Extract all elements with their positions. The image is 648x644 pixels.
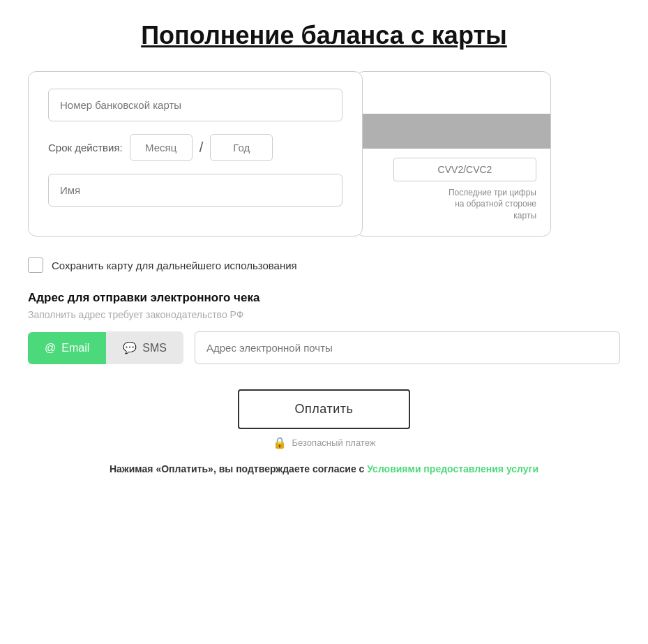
card-number-field <box>48 89 342 121</box>
card-visual-box: Последние три цифры на обратной стороне … <box>356 71 551 237</box>
terms-link[interactable]: Условиями предоставления услуги <box>367 463 538 474</box>
cvv-area: Последние три цифры на обратной стороне … <box>393 158 536 222</box>
card-form-box: Срок действия: / <box>28 71 363 237</box>
sms-tab[interactable]: 💬 SMS <box>106 331 183 364</box>
month-input[interactable] <box>130 134 193 161</box>
page-title: Пополнение баланса с карты <box>28 21 620 50</box>
expiry-row: Срок действия: / <box>48 134 342 161</box>
save-card-checkbox[interactable] <box>28 257 43 273</box>
terms-prefix: Нажимая «Оплатить», вы подтверждаете сог… <box>110 463 367 474</box>
email-tab-label: Email <box>61 342 89 354</box>
at-icon: @ <box>45 342 56 354</box>
expiry-label: Срок действия: <box>48 142 123 153</box>
pay-button[interactable]: Оплатить <box>238 389 411 429</box>
email-input[interactable] <box>195 331 620 364</box>
pay-button-container: Оплатить 🔒 Безопасный платеж <box>28 389 620 449</box>
cvv-input[interactable] <box>393 158 536 181</box>
secure-label: Безопасный платеж <box>292 437 376 448</box>
card-stripe <box>356 114 550 149</box>
contact-row: @ Email 💬 SMS <box>28 331 620 364</box>
email-tab[interactable]: @ Email <box>28 332 106 364</box>
expiry-slash: / <box>199 140 204 156</box>
name-input[interactable] <box>48 174 342 207</box>
card-number-input[interactable] <box>48 89 342 121</box>
save-card-row: Сохранить карту для дальнейшего использо… <box>28 257 620 273</box>
email-section-subtitle: Заполнить адрес требует законодательство… <box>28 309 620 320</box>
lock-icon: 🔒 <box>273 436 287 449</box>
cvv-hint: Последние три цифры на обратной стороне … <box>439 187 536 222</box>
sms-tab-label: SMS <box>142 342 167 354</box>
secure-row: 🔒 Безопасный платеж <box>273 436 376 449</box>
name-field <box>48 174 342 207</box>
save-card-label: Сохранить карту для дальнейшего использо… <box>52 260 297 271</box>
year-input[interactable] <box>210 134 273 161</box>
terms-row: Нажимая «Оплатить», вы подтверждаете сог… <box>28 463 620 474</box>
email-section-title: Адрес для отправки электронного чека <box>28 291 620 305</box>
card-section: Срок действия: / Последние три цифры на … <box>28 71 620 237</box>
sms-icon: 💬 <box>123 341 137 354</box>
